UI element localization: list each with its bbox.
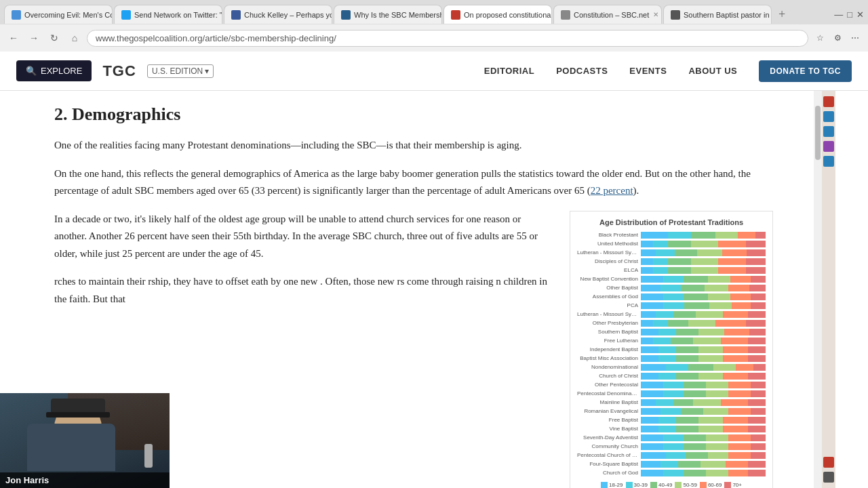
chart-segment-24-1	[663, 443, 683, 450]
tab-3[interactable]: Chuck Kelley – Perhaps you sa... ✕	[224, 5, 332, 24]
chart-segment-8-2	[684, 302, 709, 309]
scrollbar-thumb[interactable]	[815, 106, 821, 160]
chart-row-14: Baptist Misc Association	[577, 355, 766, 362]
chart-row-12: Free Lutheran	[577, 338, 766, 344]
microphone	[144, 444, 153, 468]
chart-bar-group-2	[641, 249, 766, 256]
chart-segment-3-5	[746, 258, 766, 265]
nav-podcasts[interactable]: PODCASTS	[556, 66, 608, 76]
chart-segment-7-2	[684, 293, 709, 300]
chart-segment-24-5	[751, 443, 766, 450]
tab-favicon-1	[12, 10, 21, 20]
chart-segment-18-5	[751, 390, 766, 397]
chart-segment-22-1	[658, 426, 676, 432]
chart-bar-group-22	[641, 426, 766, 432]
chart-segment-13-2	[676, 346, 698, 353]
restore-button[interactable]: □	[847, 9, 852, 20]
tab-label-5: On proposed constitutional am...	[464, 11, 552, 19]
nav-events[interactable]: EVENTS	[629, 66, 667, 76]
browser-right-icons: ☆ ⚙ ⋯	[812, 30, 863, 45]
chart-segment-1-1	[653, 241, 668, 247]
tab-close-6[interactable]: ✕	[653, 11, 658, 18]
edition-selector[interactable]: U.S. EDITION ▾	[147, 64, 214, 78]
tab-4[interactable]: Why Is the SBC Membership De... ✕	[334, 5, 442, 24]
chart-row-8: PCA	[577, 302, 766, 309]
nav-about[interactable]: ABOUT US	[688, 66, 737, 76]
chart-row-label-7: Assemblies of God	[577, 293, 638, 300]
chart-row-label-11: Southern Baptist	[577, 329, 638, 335]
new-tab-button[interactable]: +	[776, 7, 788, 22]
nav-editorial[interactable]: EDITORIAL	[484, 66, 534, 76]
link-22-percent[interactable]: 22 percent	[591, 185, 633, 196]
chart-segment-10-0	[641, 320, 653, 327]
tab-favicon-4	[341, 10, 351, 20]
chart-segment-17-3	[706, 382, 728, 388]
chart-segment-2-2	[675, 249, 697, 256]
chart-segment-2-0	[641, 249, 656, 256]
chart-segment-26-3	[701, 461, 726, 468]
tab-5[interactable]: On proposed constitutional am... ✕	[443, 5, 552, 24]
menu-button[interactable]: ⋯	[848, 30, 863, 45]
address-input[interactable]: www.thegospelcoalition.org/article/sbc-m…	[87, 30, 808, 47]
explore-button[interactable]: 🔍 EXPLORE	[16, 60, 92, 81]
chart-segment-5-1	[663, 276, 683, 283]
chart-segment-0-4	[738, 232, 755, 239]
legend-label-1: 30-39	[634, 482, 648, 488]
sidebar-icon-4[interactable]	[823, 141, 834, 152]
tab-6[interactable]: Constitution – SBC.net ✕	[553, 5, 662, 24]
chart-segment-22-0	[641, 426, 658, 432]
chart-segment-0-3	[715, 232, 738, 239]
refresh-button[interactable]: ↻	[46, 30, 62, 46]
donate-button[interactable]: DONATE TO TGC	[759, 60, 852, 82]
chart-segment-19-0	[641, 399, 656, 406]
vertical-scrollbar[interactable]	[814, 91, 822, 488]
chart-segment-13-1	[658, 346, 676, 353]
chart-row-label-27: Church of God	[577, 470, 638, 476]
chart-segment-14-5	[748, 355, 766, 362]
chart-segment-10-5	[746, 320, 766, 327]
chart-row-label-12: Free Lutheran	[577, 338, 638, 344]
chart-segment-23-2	[684, 434, 706, 441]
extensions-button[interactable]: ⚙	[830, 30, 845, 45]
chart-segment-15-0	[641, 364, 666, 371]
sidebar-icon-6[interactable]	[823, 457, 834, 468]
forward-button[interactable]: →	[26, 30, 42, 46]
sidebar-icon-2[interactable]	[823, 111, 834, 122]
chart-segment-8-0	[641, 302, 663, 309]
chart-segment-23-0	[641, 434, 663, 441]
tab-1[interactable]: Overcoming Evil: Men's Confer... ✕	[4, 5, 113, 24]
close-window-button[interactable]: ✕	[856, 9, 864, 20]
chart-segment-21-4	[723, 417, 748, 424]
tab-favicon-5	[451, 10, 460, 20]
chart-segment-8-4	[732, 302, 751, 309]
sidebar-icon-7[interactable]	[823, 472, 834, 483]
chart-segment-24-3	[706, 443, 728, 450]
chart-row-10: Other Presbyterian	[577, 320, 766, 327]
chart-segment-2-1	[656, 249, 675, 256]
chart-segment-17-2	[684, 382, 706, 388]
tab-7[interactable]: Southern Baptist pastor in Nort... ✕	[663, 5, 772, 24]
chart-row-22: Vine Baptist	[577, 426, 766, 432]
legend-color-5	[724, 482, 731, 489]
chart-segment-10-4	[715, 320, 745, 327]
edition-label: U.S. EDITION	[152, 66, 203, 76]
bookmark-button[interactable]: ☆	[812, 30, 827, 45]
chart-row-13: Independent Baptist	[577, 346, 766, 353]
sidebar-icon-3[interactable]	[823, 126, 834, 137]
back-button[interactable]: ←	[5, 30, 22, 46]
tab-2[interactable]: Send Network on Twitter: "... ✕	[114, 5, 222, 24]
chart-segment-5-3	[708, 276, 730, 283]
home-button[interactable]: ⌂	[66, 30, 83, 46]
sidebar-icon-5[interactable]	[823, 156, 834, 167]
chart-segment-14-3	[698, 355, 724, 362]
minimize-button[interactable]: —	[834, 9, 843, 20]
sidebar-icon-1[interactable]	[823, 96, 834, 107]
chart-segment-1-4	[718, 241, 745, 247]
video-frame: Jon Harris	[0, 393, 170, 488]
chart-segment-25-1	[666, 452, 686, 459]
chart-row-label-14: Baptist Misc Association	[577, 355, 638, 361]
chart-row-23: Seventh-Day Adventist	[577, 434, 766, 441]
chart-segment-2-4	[722, 249, 747, 256]
chart-bar-group-3	[641, 258, 766, 265]
browser-chrome: Overcoming Evil: Men's Confer... ✕ Send …	[0, 0, 868, 52]
